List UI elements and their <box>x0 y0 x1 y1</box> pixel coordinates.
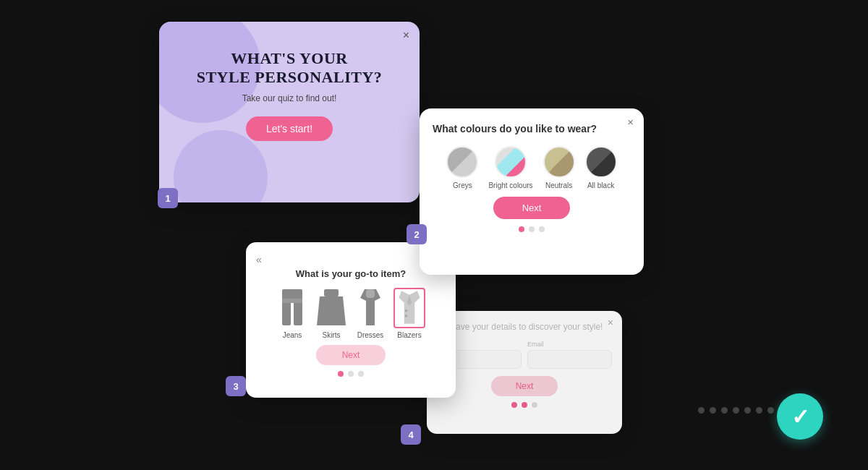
svg-point-8 <box>405 315 408 317</box>
lets-start-button[interactable]: Let's start! <box>246 116 333 141</box>
dot-2 <box>710 407 716 414</box>
card4-details: × Leave your details to discover your st… <box>427 311 622 434</box>
clothing-dresses[interactable]: Dresses <box>354 288 386 339</box>
dot-6 <box>756 407 762 414</box>
card4-inputs: Name Email <box>437 341 612 369</box>
svg-rect-6 <box>366 289 375 298</box>
card3-next-button[interactable]: Next <box>316 345 386 365</box>
card1-title: WHAT'S YOUR STYLE PERSONALITY? <box>197 49 383 87</box>
step-badge-3: 3 <box>226 376 246 396</box>
black-circle <box>585 146 617 178</box>
step-badge-2: 2 <box>407 224 427 244</box>
jeans-icon <box>276 288 308 328</box>
decorative-dots-row <box>698 407 774 414</box>
card3-back-button[interactable]: « <box>256 254 446 265</box>
svg-marker-5 <box>317 296 346 325</box>
svg-rect-1 <box>282 301 291 325</box>
svg-rect-4 <box>324 289 339 296</box>
clothing-blazers[interactable]: Blazers <box>393 288 425 339</box>
card2-close-button[interactable]: × <box>627 116 634 128</box>
bright-circle <box>495 146 527 178</box>
card4-dot-3 <box>532 402 537 408</box>
card3-dot-3 <box>358 371 364 377</box>
colour-option-black[interactable]: All black <box>585 146 617 189</box>
clothing-skirts[interactable]: Skirts <box>315 288 347 339</box>
email-label: Email <box>527 341 612 348</box>
colour-option-neutrals[interactable]: Neutrals <box>543 146 575 189</box>
svg-point-7 <box>405 309 408 312</box>
card1-blob2 <box>174 130 268 202</box>
step-badge-1: 1 <box>158 188 178 208</box>
progress-dot-2 <box>529 226 535 232</box>
card4-next-button[interactable]: Next <box>491 376 558 396</box>
email-input[interactable] <box>527 350 612 369</box>
card4-title: Leave your details to discover your styl… <box>437 321 612 333</box>
dot-4 <box>733 407 739 414</box>
card3-dot-1 <box>338 371 344 377</box>
card3-dot-2 <box>348 371 354 377</box>
grey-circle <box>446 146 478 178</box>
card3-question: What is your go-to item? <box>256 268 446 279</box>
neutral-circle <box>543 146 575 178</box>
card4-close-button[interactable]: × <box>608 317 613 328</box>
card2-question: What colours do you like to wear? <box>433 123 631 134</box>
blazers-icon <box>393 288 425 328</box>
card4-dot-1 <box>511 402 517 408</box>
progress-dot-3 <box>539 226 545 232</box>
skirts-icon <box>315 288 347 328</box>
svg-rect-3 <box>282 299 302 303</box>
dot-5 <box>744 407 751 414</box>
colour-options: Greys Bright colours Neutrals All black <box>433 146 631 189</box>
card1-style-personality: × WHAT'S YOUR STYLE PERSONALITY? Take ou… <box>159 22 420 202</box>
progress-dot-1 <box>519 226 524 232</box>
check-icon: ✓ <box>791 404 809 430</box>
colour-option-greys[interactable]: Greys <box>446 146 478 189</box>
svg-rect-2 <box>294 301 302 325</box>
step-badge-4: 4 <box>401 424 421 445</box>
dot-7 <box>767 407 774 414</box>
dot-3 <box>721 407 728 414</box>
card2-next-button[interactable]: Next <box>493 197 571 219</box>
card4-progress <box>437 402 612 408</box>
card1-close-button[interactable]: × <box>403 29 409 42</box>
card2-progress <box>433 226 631 232</box>
card1-subtitle: Take our quiz to find out! <box>242 93 337 103</box>
completion-badge: ✓ <box>777 393 823 440</box>
email-input-group: Email <box>527 341 612 369</box>
card2-colours: × What colours do you like to wear? Grey… <box>420 108 644 275</box>
clothing-options: Jeans Skirts Dresses Bl <box>256 288 446 339</box>
dresses-icon <box>354 288 386 328</box>
card3-progress <box>256 371 446 377</box>
colour-option-bright[interactable]: Bright colours <box>488 146 532 189</box>
clothing-jeans[interactable]: Jeans <box>276 288 308 339</box>
dot-1 <box>698 407 705 414</box>
card4-dot-2 <box>522 402 527 408</box>
